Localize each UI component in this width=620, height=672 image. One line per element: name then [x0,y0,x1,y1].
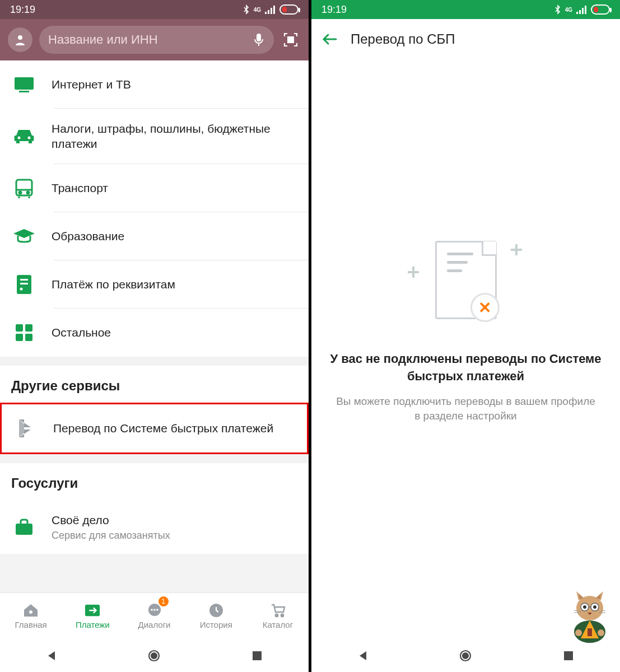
signal-icon [576,5,588,14]
nav-history[interactable]: История [185,593,247,640]
category-label: Остальное [52,325,111,340]
svg-point-26 [29,610,32,614]
svg-rect-38 [576,12,578,14]
nav-catalog[interactable]: Каталог [247,593,309,640]
svg-rect-40 [582,8,584,14]
own-business-item[interactable]: Своё дело Сервис для самозанятых [0,500,309,554]
svg-point-13 [19,192,21,194]
svg-point-20 [20,287,23,290]
left-screen: 19:19 4G Название или ИНН Интернет и ТВ [0,0,309,672]
search-placeholder: Название или ИНН [48,32,253,47]
own-business-label: Своё дело [52,512,170,528]
android-home-button[interactable] [457,647,474,664]
grid-icon [12,321,36,344]
status-icons: 4G [243,4,299,15]
back-button[interactable] [319,29,339,49]
svg-point-9 [18,137,21,139]
category-transport[interactable]: Транспорт [0,164,309,212]
category-label: Налоги, штрафы, пошлины, бюджетные плате… [52,121,296,152]
category-taxes[interactable]: Налоги, штрафы, пошлины, бюджетные плате… [0,109,309,164]
right-screen: 19:19 4G Перевод по СБП ✕ У вас не подкл… [311,0,620,672]
header: Название или ИНН [0,19,309,60]
own-business-sub: Сервис для самозанятых [52,530,170,542]
notification-badge: 1 [159,596,169,606]
mic-icon[interactable] [253,32,265,47]
nav-label: Диалоги [138,620,171,629]
empty-state-illustration: ✕ [416,239,516,328]
android-nav-bar [0,640,309,672]
svg-rect-18 [20,279,28,281]
android-nav-bar [311,640,620,672]
nav-label: Платежи [76,620,110,629]
svg-rect-5 [257,34,261,41]
svg-rect-1 [268,10,269,14]
category-payment-details[interactable]: Платёж по реквизитам [0,260,309,309]
sparkle-icon [511,244,522,255]
android-back-button[interactable] [355,647,371,664]
svg-rect-37 [253,651,262,660]
profile-button[interactable] [8,27,32,52]
mascot-cat-icon [564,588,616,644]
category-other[interactable]: Остальное [0,309,309,357]
status-bar: 19:19 4G [311,0,620,19]
signal-icon [265,5,276,14]
svg-rect-41 [585,6,586,14]
bus-icon [12,176,36,200]
svg-point-44 [575,629,582,636]
content-area: ✕ У вас не подключены переводы по Систем… [311,59,620,640]
svg-rect-21 [16,324,23,332]
svg-rect-0 [265,12,267,14]
category-label: Интернет и ТВ [52,77,131,92]
status-bar: 19:19 4G [0,0,309,19]
receipt-icon [12,273,36,296]
svg-point-30 [153,609,156,611]
category-label: Платёж по реквизитам [52,277,175,292]
svg-rect-23 [16,334,23,341]
nav-label: Главная [15,620,47,629]
sparkle-icon [408,267,419,278]
cart-icon [270,603,286,618]
svg-rect-3 [273,6,275,14]
android-recents-button[interactable] [249,647,265,664]
svg-rect-7 [15,77,34,90]
status-time: 19:19 [321,4,347,16]
android-home-button[interactable] [146,647,162,664]
tv-icon [12,73,36,96]
svg-rect-39 [579,10,581,14]
qr-scan-button[interactable] [281,30,301,50]
category-internet-tv[interactable]: Интернет и ТВ [0,60,309,109]
search-input[interactable]: Название или ИНН [39,26,274,54]
briefcase-icon [12,515,36,539]
sbp-transfer-item[interactable]: Перевод по Системе быстрых платежей [0,403,309,454]
nav-payments[interactable]: Платежи [62,593,123,640]
nav-dialogs[interactable]: 1 Диалоги [123,593,185,640]
svg-point-10 [28,137,31,139]
android-back-button[interactable] [43,647,60,664]
svg-point-14 [27,192,29,194]
svg-point-57 [463,653,468,659]
home-icon [23,603,39,618]
svg-point-49 [583,605,586,609]
sbp-label: Перевод по Системе быстрых платежей [53,421,273,436]
svg-rect-19 [20,283,28,284]
empty-title: У вас не подключены переводы по Системе … [328,351,603,385]
battery-icon [591,4,610,15]
svg-point-29 [151,609,153,611]
category-education[interactable]: Образование [0,212,309,260]
nav-label: Каталог [263,620,293,629]
svg-point-45 [598,629,604,636]
clock-icon [208,603,224,618]
svg-point-50 [593,605,596,609]
svg-rect-22 [25,324,32,332]
section-other-services-title: Другие сервисы [0,366,309,403]
svg-rect-8 [19,91,29,92]
svg-point-34 [281,614,283,617]
header: Перевод по СБП [311,19,620,59]
error-x-icon: ✕ [470,293,500,322]
document-icon: ✕ [435,241,497,319]
svg-rect-24 [25,334,32,341]
android-recents-button[interactable] [560,647,577,664]
bluetooth-icon [243,4,250,15]
category-label: Образование [52,228,124,244]
nav-home[interactable]: Главная [0,593,62,640]
